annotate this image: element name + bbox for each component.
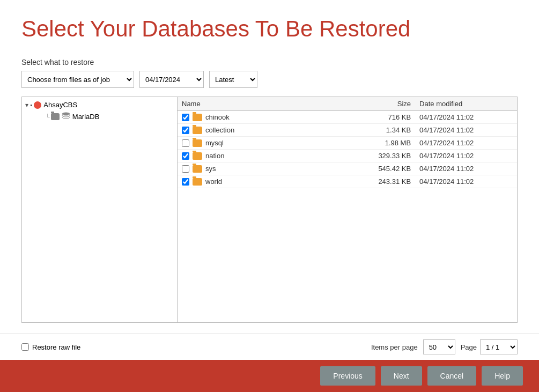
help-button[interactable]: Help: [482, 366, 523, 386]
file-name-label: collection: [205, 126, 234, 134]
folder-icon-yellow: [193, 114, 202, 121]
mariadb-label: MariaDB: [72, 113, 100, 121]
checkbox-nation[interactable]: [182, 152, 189, 160]
items-per-page-label: Items per page: [371, 343, 418, 351]
page-label: Page: [461, 343, 477, 351]
folder-icon-yellow: [193, 152, 202, 160]
svg-point-0: [62, 113, 70, 115]
file-name-label: world: [205, 177, 222, 186]
select-label: Select what to restore: [21, 58, 518, 66]
restore-raw-container: Restore raw file: [21, 343, 80, 351]
items-per-page-select[interactable]: 50: [423, 339, 455, 354]
table-row: nation329.33 KB04/17/2024 11:02: [178, 150, 517, 162]
file-size-cell: 243.31 KB: [364, 175, 415, 188]
folder-icon-yellow: [193, 139, 202, 147]
file-size-cell: 1.34 KB: [364, 124, 415, 137]
table-row: world243.31 KB04/17/2024 11:02: [178, 175, 517, 188]
folder-icon-yellow: [193, 165, 202, 173]
file-name-label: sys: [205, 165, 216, 173]
ahsaycbs-icon: [34, 101, 41, 109]
file-name-cell: chinook: [178, 111, 364, 124]
file-name-label: mysql: [205, 139, 224, 147]
file-date-cell: 04/17/2024 11:02: [415, 150, 517, 162]
file-name-label: nation: [205, 152, 224, 160]
footer: Previous Next Cancel Help: [0, 360, 539, 392]
file-table: Name Size Date modified chinook716 KB04/…: [178, 97, 517, 188]
file-date-cell: 04/17/2024 11:02: [415, 175, 517, 188]
folders-header: ▾ ▪ AhsayCBS: [22, 99, 177, 110]
file-date-cell: 04/17/2024 11:02: [415, 111, 517, 124]
folder-panel: ▾ ▪ AhsayCBS └ MariaDB: [22, 97, 178, 322]
date-dropdown[interactable]: 04/17/2024: [139, 71, 204, 88]
checkbox-chinook[interactable]: [182, 114, 189, 121]
checkbox-mysql[interactable]: [182, 139, 189, 147]
folder-icon-yellow: [193, 127, 202, 134]
file-size-cell: 545.42 KB: [364, 162, 415, 175]
next-button[interactable]: Next: [381, 366, 422, 386]
page-select[interactable]: 1 / 1: [480, 339, 518, 354]
files-dropdown[interactable]: Choose from files as of job: [21, 71, 134, 88]
table-row: chinook716 KB04/17/2024 11:02: [178, 111, 517, 124]
table-row: mysql1.98 MB04/17/2024 11:02: [178, 137, 517, 150]
col-size-header: Size: [364, 97, 415, 111]
col-name-header: Name: [178, 97, 364, 111]
folder-icon-yellow: [193, 178, 202, 186]
file-name-cell: collection: [178, 124, 364, 137]
page-title: Select Your Databases To Be Restored: [21, 16, 518, 42]
dropdowns-row: Choose from files as of job 04/17/2024 L…: [21, 71, 518, 88]
restore-raw-checkbox[interactable]: [21, 343, 29, 351]
file-size-cell: 1.98 MB: [364, 137, 415, 150]
checkbox-sys[interactable]: [182, 165, 189, 173]
file-name-cell: sys: [178, 162, 364, 175]
file-date-cell: 04/17/2024 11:02: [415, 124, 517, 137]
mariadb-node[interactable]: └ MariaDB: [22, 110, 177, 123]
col-date-header: Date modified: [415, 97, 517, 111]
previous-button[interactable]: Previous: [320, 366, 375, 386]
file-size-cell: 329.33 KB: [364, 150, 415, 162]
restore-raw-label: Restore raw file: [32, 343, 80, 351]
file-name-cell: nation: [178, 150, 364, 162]
file-date-cell: 04/17/2024 11:02: [415, 162, 517, 175]
file-name-cell: mysql: [178, 137, 364, 150]
ahsaycbs-label: AhsayCBS: [43, 101, 77, 109]
latest-dropdown[interactable]: Latest: [209, 71, 257, 88]
mariadb-icon: [62, 112, 70, 121]
file-size-cell: 716 KB: [364, 111, 415, 124]
cancel-button[interactable]: Cancel: [427, 366, 477, 386]
file-name-cell: world: [178, 175, 364, 188]
file-panel: Name Size Date modified chinook716 KB04/…: [178, 97, 517, 322]
browser-container: ▾ ▪ AhsayCBS └ MariaDB: [21, 97, 518, 323]
table-row: sys545.42 KB04/17/2024 11:02: [178, 162, 517, 175]
pagination-right: Items per page 50 Page 1 / 1: [371, 339, 518, 354]
folder-sm-icon: [51, 113, 60, 120]
checkbox-collection[interactable]: [182, 127, 189, 134]
file-name-label: chinook: [205, 113, 230, 121]
bottom-bar: Restore raw file Items per page 50 Page …: [0, 334, 539, 360]
table-row: collection1.34 KB04/17/2024 11:02: [178, 124, 517, 137]
file-date-cell: 04/17/2024 11:02: [415, 137, 517, 150]
page-display: Page 1 / 1: [461, 339, 518, 354]
checkbox-world[interactable]: [182, 178, 189, 186]
